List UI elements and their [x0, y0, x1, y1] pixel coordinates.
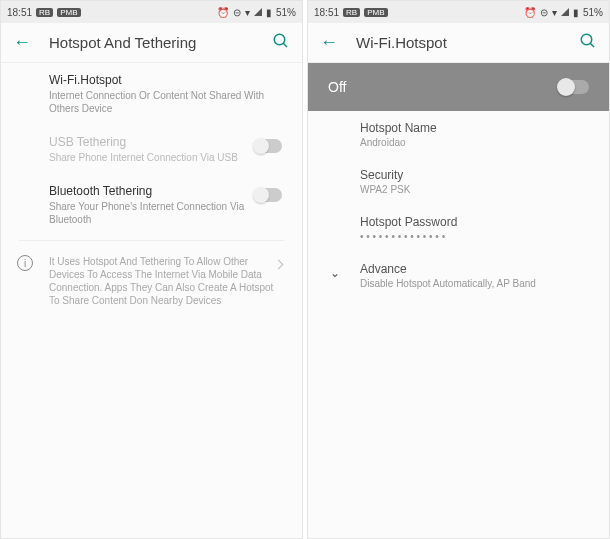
info-footer[interactable]: i It Uses Hotspot And Tethering To Allow…	[1, 245, 302, 317]
item-title: Wi-Fi.Hotspot	[49, 73, 284, 87]
item-value: WPA2 PSK	[360, 184, 589, 195]
svg-line-3	[590, 43, 594, 47]
item-title: Security	[360, 168, 589, 182]
usb-tethering-toggle	[254, 139, 282, 153]
item-title: Advance	[360, 262, 589, 276]
status-badge: RB	[343, 8, 360, 17]
app-bar: ← Wi-Fi.Hotspot	[308, 23, 609, 63]
item-subtitle: Disable Hotspot Automatically, AP Band	[360, 278, 589, 289]
screen-hotspot-tethering: 18:51 RB PMB ⏰ ⊝ ▾ ▮ 51% ← Hotspot And T…	[0, 0, 303, 539]
alarm-icon: ⏰	[524, 7, 536, 18]
status-bar: 18:51 RB PMB ⏰ ⊝ ▾ ▮ 51%	[308, 1, 609, 23]
svg-point-0	[274, 34, 285, 45]
settings-list: Wi-Fi.Hotspot Internet Connection Or Con…	[1, 63, 302, 538]
wifi-icon: ▾	[245, 7, 250, 18]
app-bar: ← Hotspot And Tethering	[1, 23, 302, 63]
item-title: Bluetooth Tethering	[49, 184, 284, 198]
hotspot-settings-list: Hotspot Name Androidao Security WPA2 PSK…	[308, 111, 609, 538]
battery-percent: 51%	[583, 7, 603, 18]
search-icon[interactable]	[579, 32, 597, 54]
info-text: It Uses Hotspot And Tethering To Allow O…	[49, 256, 273, 306]
dnd-icon: ⊝	[540, 7, 548, 18]
battery-icon: ▮	[573, 7, 579, 18]
bluetooth-tethering-toggle[interactable]	[254, 188, 282, 202]
hotspot-name-item[interactable]: Hotspot Name Androidao	[308, 111, 609, 158]
wifi-hotspot-item[interactable]: Wi-Fi.Hotspot Internet Connection Or Con…	[1, 63, 302, 125]
toggle-label: Off	[328, 79, 346, 95]
alarm-icon: ⏰	[217, 7, 229, 18]
item-subtitle: Share Your Phone's Internet Connection V…	[49, 200, 284, 226]
hotspot-master-toggle[interactable]: Off	[308, 63, 609, 111]
advance-item[interactable]: ⌄ Advance Disable Hotspot Automatically,…	[308, 252, 609, 299]
status-time: 18:51	[7, 7, 32, 18]
page-title: Hotspot And Tethering	[49, 34, 254, 51]
screen-wifi-hotspot: 18:51 RB PMB ⏰ ⊝ ▾ ▮ 51% ← Wi-Fi.Hotspot…	[307, 0, 610, 539]
svg-point-2	[581, 34, 592, 45]
back-arrow-icon[interactable]: ←	[320, 32, 338, 53]
status-time: 18:51	[314, 7, 339, 18]
back-arrow-icon[interactable]: ←	[13, 32, 31, 53]
status-bar: 18:51 RB PMB ⏰ ⊝ ▾ ▮ 51%	[1, 1, 302, 23]
item-subtitle: Share Phone Internet Connection Via USB	[49, 151, 284, 164]
status-badge: RB	[36, 8, 53, 17]
item-title: USB Tethering	[49, 135, 284, 149]
search-icon[interactable]	[272, 32, 290, 54]
bluetooth-tethering-item[interactable]: Bluetooth Tethering Share Your Phone's I…	[1, 174, 302, 236]
chevron-right-icon	[275, 257, 282, 273]
security-item[interactable]: Security WPA2 PSK	[308, 158, 609, 205]
battery-icon: ▮	[266, 7, 272, 18]
status-badge: PMB	[57, 8, 80, 17]
item-title: Hotspot Name	[360, 121, 589, 135]
wifi-icon: ▾	[552, 7, 557, 18]
dnd-icon: ⊝	[233, 7, 241, 18]
signal-icon	[254, 8, 262, 16]
item-subtitle: Internet Connection Or Content Not Share…	[49, 89, 284, 115]
usb-tethering-item: USB Tethering Share Phone Internet Conne…	[1, 125, 302, 174]
master-switch[interactable]	[559, 80, 589, 94]
page-title: Wi-Fi.Hotspot	[356, 34, 561, 51]
divider	[19, 240, 284, 241]
item-value: Androidao	[360, 137, 589, 148]
item-value: • • • • • • • • • • • • • •	[360, 231, 589, 242]
battery-percent: 51%	[276, 7, 296, 18]
info-icon: i	[17, 255, 33, 271]
status-badge: PMB	[364, 8, 387, 17]
svg-line-1	[283, 43, 287, 47]
password-item[interactable]: Hotspot Password • • • • • • • • • • • •…	[308, 205, 609, 252]
item-title: Hotspot Password	[360, 215, 589, 229]
chevron-down-icon: ⌄	[330, 266, 340, 280]
signal-icon	[561, 8, 569, 16]
